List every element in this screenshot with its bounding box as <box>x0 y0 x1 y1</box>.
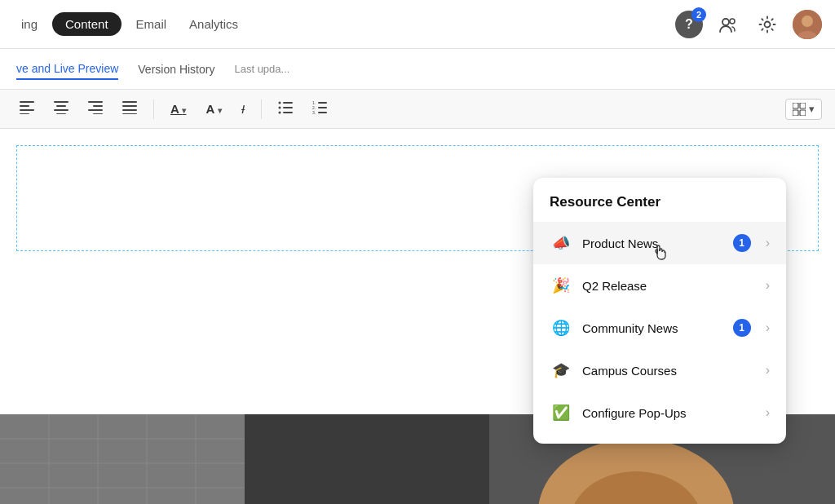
people-icon <box>719 16 737 33</box>
grid-icon <box>793 103 806 116</box>
nav-item-email[interactable]: Email <box>128 12 175 36</box>
svg-point-4 <box>802 15 813 27</box>
italic-button[interactable]: I <box>235 99 251 119</box>
svg-rect-16 <box>88 109 103 111</box>
svg-rect-19 <box>122 105 137 107</box>
svg-rect-25 <box>283 102 293 104</box>
avatar[interactable] <box>793 10 822 39</box>
svg-point-22 <box>279 101 281 104</box>
svg-point-23 <box>279 106 281 108</box>
align-justify-button[interactable] <box>116 98 144 121</box>
svg-rect-7 <box>20 105 29 107</box>
svg-rect-13 <box>56 113 66 114</box>
q2-release-icon: 🎉 <box>550 274 572 297</box>
tab-last-update: Last upda... <box>234 63 289 75</box>
community-news-label: Community News <box>582 321 723 335</box>
svg-rect-17 <box>93 113 103 114</box>
dropdown-item-product-news[interactable]: 📣 Product News 1 › <box>533 222 786 264</box>
svg-rect-33 <box>318 112 327 113</box>
campus-courses-chevron: › <box>766 363 770 378</box>
unordered-list-icon <box>278 101 293 114</box>
nav-item-ing[interactable]: ing <box>13 12 46 36</box>
dropdown-item-q2-release[interactable]: 🎉 Q2 Release › <box>533 264 786 307</box>
configure-popups-label: Configure Pop-Ups <box>582 406 756 420</box>
gear-icon <box>758 15 776 33</box>
top-nav: ing Content Email Analytics ? 2 <box>0 0 835 49</box>
ordered-list-button[interactable]: 1. 2. 3. <box>306 98 334 121</box>
product-news-chevron: › <box>766 236 770 250</box>
svg-rect-36 <box>793 110 798 116</box>
settings-button[interactable] <box>753 11 781 38</box>
text-color-button[interactable]: A ▾ <box>164 99 192 119</box>
nav-left: ing Content Email Analytics <box>13 12 246 36</box>
svg-rect-14 <box>88 101 103 103</box>
product-news-icon: 📣 <box>550 232 572 254</box>
user-avatar-svg <box>793 10 822 39</box>
svg-rect-37 <box>800 110 806 116</box>
notification-badge: 2 <box>691 7 706 22</box>
grid-button[interactable]: ▾ <box>785 99 822 120</box>
grid-dropdown-arrow: ▾ <box>809 103 815 115</box>
nav-item-analytics[interactable]: Analytics <box>181 12 246 36</box>
svg-rect-32 <box>318 107 327 108</box>
dropdown-item-campus-courses[interactable]: 🎓 Campus Courses › <box>533 349 786 391</box>
toolbar-row: A ▾ A ▾ I 1. 2. 3. <box>0 90 835 129</box>
svg-point-2 <box>765 21 771 27</box>
main-wrapper: ing Content Email Analytics ? 2 <box>0 0 835 504</box>
toolbar-separator-1 <box>153 99 154 119</box>
svg-rect-18 <box>122 101 137 103</box>
q2-release-chevron: › <box>766 278 770 293</box>
highlight-button[interactable]: A ▾ <box>199 99 228 119</box>
help-button[interactable]: ? 2 <box>675 11 703 38</box>
svg-rect-20 <box>122 109 137 111</box>
svg-rect-35 <box>800 103 806 108</box>
svg-rect-31 <box>318 102 327 104</box>
ordered-list-icon: 1. 2. 3. <box>312 101 327 114</box>
svg-rect-10 <box>54 101 68 103</box>
svg-rect-26 <box>283 107 293 108</box>
align-justify-icon <box>122 101 137 114</box>
svg-rect-6 <box>20 101 34 103</box>
svg-rect-8 <box>20 109 34 111</box>
svg-rect-27 <box>283 112 293 113</box>
community-news-icon: 🌐 <box>550 316 572 339</box>
align-center-icon <box>54 101 68 114</box>
team-button[interactable] <box>714 11 742 38</box>
configure-popups-icon: ✅ <box>550 401 572 424</box>
product-news-badge: 1 <box>733 234 751 252</box>
community-news-badge: 1 <box>733 319 751 337</box>
nav-item-content[interactable]: Content <box>52 12 121 36</box>
q2-release-label: Q2 Release <box>582 279 756 293</box>
tab-row: ve and Live Preview Version History Last… <box>0 49 835 90</box>
campus-courses-icon: 🎓 <box>550 359 572 382</box>
svg-rect-11 <box>56 105 66 107</box>
svg-rect-12 <box>54 109 68 111</box>
community-news-chevron: › <box>766 321 770 335</box>
svg-point-1 <box>730 19 735 24</box>
align-right-icon <box>88 101 103 114</box>
align-left-button[interactable] <box>13 98 41 121</box>
avatar-image <box>793 10 822 39</box>
dropdown-item-community-news[interactable]: 🌐 Community News 1 › <box>533 307 786 349</box>
svg-text:3.: 3. <box>312 110 316 114</box>
svg-point-24 <box>279 111 281 113</box>
toolbar-separator-2 <box>261 99 262 119</box>
content-area: Resource Center 📣 Product News 1 › 🎉 <box>0 129 835 504</box>
align-left-icon <box>20 101 34 114</box>
svg-rect-15 <box>93 105 103 107</box>
svg-point-0 <box>722 19 729 25</box>
configure-popups-chevron: › <box>766 405 770 420</box>
resource-center-dropdown: Resource Center 📣 Product News 1 › 🎉 <box>533 178 786 444</box>
tab-version-history[interactable]: Version History <box>138 60 214 79</box>
cursor-hand-icon <box>652 243 668 263</box>
dropdown-title: Resource Center <box>533 194 786 222</box>
align-right-button[interactable] <box>82 98 109 121</box>
svg-rect-39 <box>0 414 245 504</box>
unordered-list-button[interactable] <box>272 98 299 121</box>
tab-live-preview[interactable]: ve and Live Preview <box>16 59 118 80</box>
align-center-button[interactable] <box>47 98 75 121</box>
svg-rect-21 <box>122 113 137 114</box>
nav-right: ? 2 <box>675 10 822 39</box>
svg-rect-34 <box>793 103 798 108</box>
dropdown-item-configure-popups[interactable]: ✅ Configure Pop-Ups › <box>533 391 786 434</box>
